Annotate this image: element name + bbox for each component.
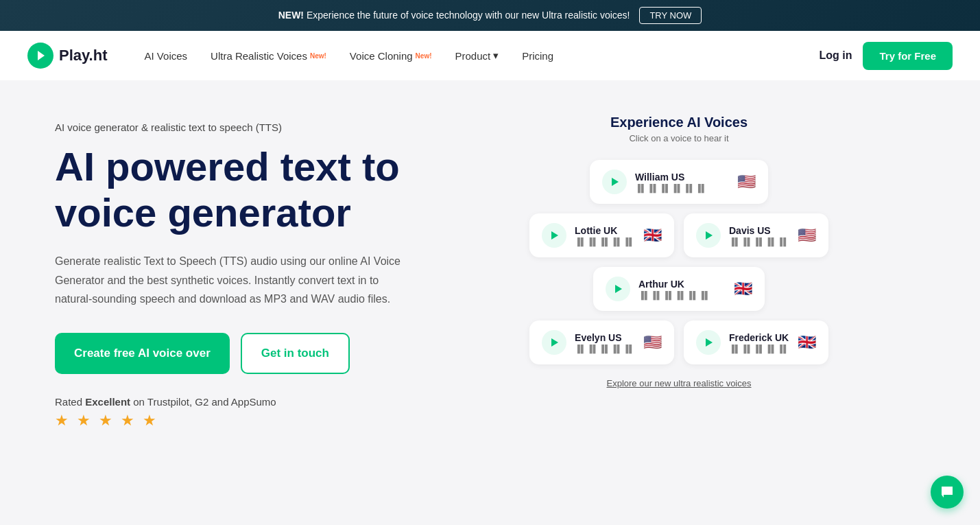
- nav-ultra-realistic[interactable]: Ultra Realistic Voices New!: [201, 45, 336, 67]
- main-content: AI voice generator & realistic text to s…: [0, 80, 980, 525]
- voice-info-frederick: Frederick UK ▐▌▐▌▐▌▐▌▐▌: [729, 332, 789, 353]
- voice-name-davis: Davis US: [729, 225, 789, 236]
- svg-marker-0: [38, 51, 45, 60]
- top-banner: NEW! Experience the future of voice tech…: [0, 0, 980, 31]
- flag-davis: 🇺🇸: [798, 226, 816, 244]
- create-voice-button[interactable]: Create free AI voice over: [55, 333, 230, 374]
- play-lottie-button[interactable]: [542, 223, 566, 248]
- voice-card-davis[interactable]: Davis US ▐▌▐▌▐▌▐▌▐▌ 🇺🇸: [684, 213, 828, 257]
- nav-product[interactable]: Product ▾: [446, 44, 509, 67]
- voice-wave-davis: ▐▌▐▌▐▌▐▌▐▌: [729, 237, 789, 246]
- flag-william: 🇺🇸: [737, 173, 756, 191]
- voice-info-evelyn: Evelyn US ▐▌▐▌▐▌▐▌▐▌: [575, 332, 635, 353]
- rating-stars: ★ ★ ★ ★ ★: [55, 412, 466, 430]
- svg-marker-4: [615, 285, 622, 293]
- flag-lottie: 🇬🇧: [643, 226, 662, 244]
- voice-card-lottie[interactable]: Lottie UK ▐▌▐▌▐▌▐▌▐▌ 🇬🇧: [529, 213, 674, 257]
- navigation: Play.ht AI Voices Ultra Realistic Voices…: [0, 31, 980, 80]
- voices-subtitle: Click on a voice to hear it: [507, 133, 850, 143]
- logo-icon: [27, 43, 53, 69]
- nav-links: AI Voices Ultra Realistic Voices New! Vo…: [135, 44, 820, 67]
- voice-info-arthur: Arthur UK ▐▌▐▌▐▌▐▌▐▌▐▌: [638, 279, 726, 299]
- voice-wave-william: ▐▌▐▌▐▌▐▌▐▌▐▌: [635, 184, 729, 192]
- voice-info-davis: Davis US ▐▌▐▌▐▌▐▌▐▌: [729, 225, 789, 246]
- svg-marker-1: [612, 178, 619, 186]
- product-chevron-icon: ▾: [493, 49, 499, 62]
- logo[interactable]: Play.ht: [27, 43, 108, 69]
- rating-text-pre: Rated: [55, 396, 85, 408]
- voice-name-arthur: Arthur UK: [638, 279, 726, 290]
- rating-text-post: on Trustpilot, G2 and AppSumo: [133, 396, 276, 408]
- rating-excellent: Excellent: [85, 396, 130, 408]
- hero-description: Generate realistic Text to Speech (TTS) …: [55, 252, 411, 308]
- voice-info-lottie: Lottie UK ▐▌▐▌▐▌▐▌▐▌: [575, 225, 635, 246]
- voice-wave-lottie: ▐▌▐▌▐▌▐▌▐▌: [575, 237, 635, 246]
- voices-panel: Experience AI Voices Click on a voice to…: [507, 108, 850, 501]
- flag-evelyn: 🇺🇸: [643, 334, 662, 351]
- hero-title: AI powered text to voice generator: [55, 144, 466, 235]
- nav-voice-cloning[interactable]: Voice Cloning New!: [340, 45, 442, 67]
- logo-text: Play.ht: [59, 47, 108, 65]
- nav-pricing[interactable]: Pricing: [512, 45, 563, 67]
- get-in-touch-button[interactable]: Get in touch: [241, 333, 350, 374]
- voice-row-middle: Lottie UK ▐▌▐▌▐▌▐▌▐▌ 🇬🇧 Davis US ▐▌▐▌▐▌▐…: [529, 213, 828, 257]
- nav-ai-voices[interactable]: AI Voices: [135, 45, 198, 67]
- voice-card-william[interactable]: William US ▐▌▐▌▐▌▐▌▐▌▐▌ 🇺🇸: [590, 160, 768, 204]
- login-button[interactable]: Log in: [819, 49, 852, 62]
- voice-cards-list: William US ▐▌▐▌▐▌▐▌▐▌▐▌ 🇺🇸 Lottie UK ▐▌▐…: [507, 160, 850, 364]
- rating-section: Rated Excellent on Trustpilot, G2 and Ap…: [55, 396, 466, 430]
- voice-wave-frederick: ▐▌▐▌▐▌▐▌▐▌: [729, 345, 789, 353]
- svg-marker-6: [706, 338, 713, 347]
- voice-name-william: William US: [635, 172, 729, 183]
- voice-card-arthur[interactable]: Arthur UK ▐▌▐▌▐▌▐▌▐▌▐▌ 🇬🇧: [593, 267, 765, 311]
- play-davis-button[interactable]: [696, 223, 721, 248]
- svg-marker-3: [706, 231, 713, 240]
- play-william-button[interactable]: [602, 170, 627, 194]
- svg-marker-2: [551, 231, 558, 240]
- hero-section: AI voice generator & realistic text to s…: [55, 108, 466, 501]
- try-free-button[interactable]: Try for Free: [863, 42, 953, 70]
- voice-name-frederick: Frederick UK: [729, 332, 789, 343]
- voice-info-william: William US ▐▌▐▌▐▌▐▌▐▌▐▌: [635, 172, 729, 192]
- voice-cloning-badge: New!: [416, 52, 432, 60]
- voices-title: Experience AI Voices: [507, 115, 850, 130]
- ultra-realistic-badge: New!: [310, 52, 326, 60]
- voice-card-frederick[interactable]: Frederick UK ▐▌▐▌▐▌▐▌▐▌ 🇬🇧: [684, 320, 828, 364]
- voice-row-bottom: Evelyn US ▐▌▐▌▐▌▐▌▐▌ 🇺🇸 Frederick UK ▐▌▐…: [529, 320, 828, 364]
- cta-buttons: Create free AI voice over Get in touch: [55, 333, 466, 374]
- voice-wave-evelyn: ▐▌▐▌▐▌▐▌▐▌: [575, 345, 635, 353]
- play-frederick-button[interactable]: [696, 330, 721, 355]
- flag-frederick: 🇬🇧: [798, 334, 816, 351]
- svg-marker-5: [551, 338, 558, 347]
- hero-subtitle: AI voice generator & realistic text to s…: [55, 121, 466, 133]
- voice-wave-arthur: ▐▌▐▌▐▌▐▌▐▌▐▌: [638, 291, 726, 299]
- nav-actions: Log in Try for Free: [819, 42, 953, 70]
- voice-card-evelyn[interactable]: Evelyn US ▐▌▐▌▐▌▐▌▐▌ 🇺🇸: [529, 320, 674, 364]
- banner-text: NEW! Experience the future of voice tech…: [278, 10, 633, 21]
- play-evelyn-button[interactable]: [542, 330, 566, 355]
- chat-button[interactable]: [931, 476, 964, 509]
- voice-name-lottie: Lottie UK: [575, 225, 635, 236]
- voice-name-evelyn: Evelyn US: [575, 332, 635, 343]
- flag-arthur: 🇬🇧: [734, 280, 752, 298]
- play-arthur-button[interactable]: [606, 277, 630, 301]
- explore-link[interactable]: Explore our new ultra realistic voices: [507, 378, 850, 388]
- banner-try-now-button[interactable]: TRY NOW: [639, 7, 702, 24]
